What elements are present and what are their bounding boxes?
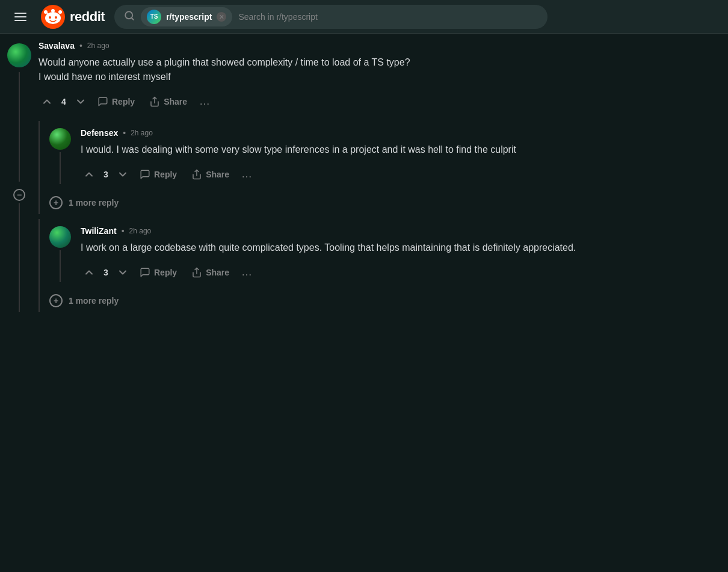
comment-meta-savalava: Savalava • 2h ago (39, 41, 718, 51)
reply-button-twilizant[interactable]: Reply (134, 263, 183, 281)
svg-point-6 (58, 10, 62, 14)
thread-line-savalava (19, 72, 20, 182)
comment-body-savalava: Savalava • 2h ago Would anyone actually … (39, 34, 728, 312)
vote-area-defensex: 3 (81, 166, 131, 183)
action-bar-twilizant: 3 Reply (81, 262, 709, 282)
username-twilizant[interactable]: TwiliZant (81, 226, 117, 236)
vote-count-savalava: 4 (59, 97, 69, 106)
comment-text-defensex: I would. I was dealing with some very sl… (81, 143, 709, 157)
upvote-button-twilizant[interactable] (81, 264, 97, 281)
subreddit-pill: TS r/typescript × (141, 7, 232, 26)
subreddit-avatar: TS (147, 10, 161, 24)
more-options-button-twilizant[interactable]: … (238, 262, 256, 282)
nested-thread-twilizant: TwiliZant • 2h ago I work on a large cod… (39, 219, 718, 312)
share-button-savalava[interactable]: Share (143, 93, 193, 111)
nested-thread-defensex: Defensex • 2h ago I would. I was dealing… (39, 121, 718, 214)
reddit-logo-icon (41, 5, 65, 29)
reddit-wordmark: reddit (70, 9, 105, 25)
more-replies-defensex[interactable]: + 1 more reply (40, 191, 718, 214)
upvote-button-savalava[interactable] (39, 93, 55, 110)
svg-line-10 (132, 17, 134, 19)
search-placeholder: Search in r/typescript (238, 12, 318, 22)
action-bar-savalava: 4 Reply (39, 91, 718, 111)
vote-area-savalava: 4 (39, 93, 89, 110)
comment-text-savalava: Would anyone actually use a plugin that … (39, 55, 718, 84)
downvote-button-defensex[interactable] (114, 166, 131, 183)
svg-point-2 (49, 16, 51, 19)
timestamp-twilizant: 2h ago (129, 227, 152, 235)
more-replies-label-defensex: 1 more reply (69, 198, 119, 208)
thread-line-savalava-2 (19, 203, 20, 313)
comment-text-twilizant: I work on a large codebase with quite co… (81, 241, 709, 255)
logo-area: reddit (41, 5, 105, 29)
avatar-col-twilizant (49, 226, 71, 282)
content-area: − Savalava • 2h ago Would anyone actuall… (0, 34, 728, 312)
more-options-button-defensex[interactable]: … (238, 164, 256, 184)
comment-savalava: − Savalava • 2h ago Would anyone actuall… (0, 34, 728, 312)
vote-count-defensex: 3 (101, 170, 111, 179)
comment-meta-defensex: Defensex • 2h ago (81, 128, 709, 138)
comment-body-twilizant: TwiliZant • 2h ago I work on a large cod… (81, 226, 709, 282)
timestamp-savalava: 2h ago (87, 42, 110, 50)
avatar-twilizant (49, 226, 71, 248)
remove-subreddit-filter-button[interactable]: × (217, 12, 226, 22)
reply-button-savalava[interactable]: Reply (91, 93, 141, 111)
share-button-twilizant[interactable]: Share (185, 263, 235, 281)
downvote-button-twilizant[interactable] (114, 264, 131, 281)
hamburger-menu[interactable] (10, 8, 31, 26)
thread-line-defensex (60, 152, 61, 184)
username-defensex[interactable]: Defensex (81, 128, 118, 138)
expand-replies-icon-defensex: + (49, 196, 63, 209)
left-col-savalava: − (0, 34, 39, 312)
comment-meta-twilizant: TwiliZant • 2h ago (81, 226, 709, 236)
search-bar[interactable]: TS r/typescript × Search in r/typescript (114, 5, 548, 29)
vote-count-twilizant: 3 (101, 268, 111, 277)
subreddit-name: r/typescript (166, 12, 212, 22)
comment-body-defensex: Defensex • 2h ago I would. I was dealing… (81, 128, 709, 184)
action-bar-defensex: 3 Reply (81, 164, 709, 184)
username-savalava[interactable]: Savalava (39, 41, 75, 51)
svg-point-4 (51, 9, 55, 13)
upvote-button-defensex[interactable] (81, 166, 97, 183)
comment-defensex: Defensex • 2h ago I would. I was dealing… (40, 121, 718, 191)
avatar-savalava (7, 43, 31, 67)
search-icon (124, 10, 135, 23)
thread-line-twilizant (60, 250, 61, 282)
expand-replies-icon-twilizant: + (49, 294, 63, 307)
svg-point-3 (55, 16, 57, 19)
vote-area-twilizant: 3 (81, 264, 131, 281)
avatar-col-defensex (49, 128, 71, 184)
avatar-defensex (49, 128, 71, 150)
downvote-button-savalava[interactable] (72, 93, 89, 110)
header: reddit TS r/typescript × Search in r/typ… (0, 0, 728, 34)
more-replies-label-twilizant: 1 more reply (69, 296, 119, 306)
comment-twilizant: TwiliZant • 2h ago I work on a large cod… (40, 219, 718, 289)
more-replies-twilizant[interactable]: + 1 more reply (40, 289, 718, 312)
timestamp-defensex: 2h ago (131, 129, 153, 137)
collapse-thread-button-savalava[interactable]: − (13, 189, 25, 201)
more-options-button-savalava[interactable]: … (196, 91, 214, 111)
reply-button-defensex[interactable]: Reply (134, 165, 183, 183)
share-button-defensex[interactable]: Share (185, 165, 235, 183)
